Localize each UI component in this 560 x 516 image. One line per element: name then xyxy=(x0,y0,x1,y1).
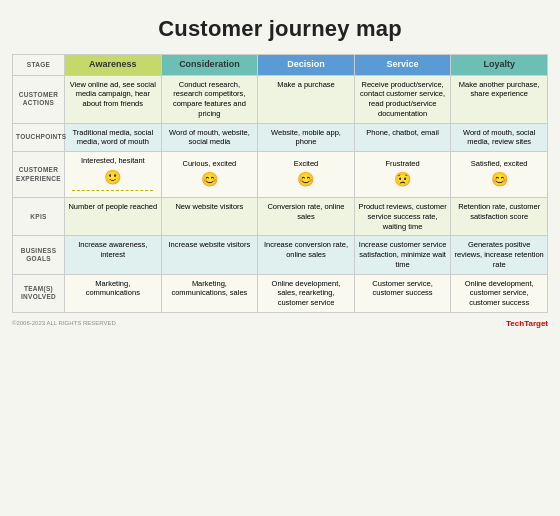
text-decision-exp: Excited xyxy=(294,159,319,168)
actions-awareness: View online ad, see social media campaig… xyxy=(65,75,162,123)
table-row-experience: CUSTOMER EXPERIENCE Interested, hesitant… xyxy=(13,152,548,198)
table-row-actions: CUSTOMER ACTIONS View online ad, see soc… xyxy=(13,75,548,123)
teams-awareness: Marketing, communications xyxy=(65,274,162,312)
goals-consideration: Increase website visitors xyxy=(161,236,258,274)
kpis-service: Product reviews, customer service succes… xyxy=(354,198,451,236)
kpis-awareness: Number of people reached xyxy=(65,198,162,236)
header-awareness: Awareness xyxy=(65,55,162,76)
touchpoints-awareness: Traditional media, social media, word of… xyxy=(65,123,162,152)
emoji-service: 😟 xyxy=(358,170,448,188)
experience-awareness: Interested, hesitant 🙂 xyxy=(65,152,162,198)
label-touchpoints: TOUCHPOINTS xyxy=(13,123,65,152)
text-awareness-exp: Interested, hesitant xyxy=(81,156,145,165)
header-consideration: Consideration xyxy=(161,55,258,76)
experience-consideration: Curious, excited 😊 xyxy=(161,152,258,198)
text-service-exp: Frustrated xyxy=(385,159,419,168)
experience-service: Frustrated 😟 xyxy=(354,152,451,198)
teams-service: Customer service, customer success xyxy=(354,274,451,312)
label-experience: CUSTOMER EXPERIENCE xyxy=(13,152,65,198)
teams-decision: Online development, sales, rearketing, c… xyxy=(258,274,355,312)
teams-loyalty: Online development, customer service, cu… xyxy=(451,274,548,312)
text-loyalty-exp: Satisfied, excited xyxy=(471,159,528,168)
table-row-goals: BUSINESS GOALS Increase awareness, inter… xyxy=(13,236,548,274)
footer-copyright: ©2006-2023 ALL RIGHTS RESERVED xyxy=(12,320,116,326)
header-service: Service xyxy=(354,55,451,76)
goals-decision: Increase conversion rate, online sales xyxy=(258,236,355,274)
actions-consideration: Conduct research, research competitors, … xyxy=(161,75,258,123)
text-consideration-exp: Curious, excited xyxy=(183,159,237,168)
actions-service: Receive product/service, contact custome… xyxy=(354,75,451,123)
emoji-awareness: 🙂 xyxy=(68,168,158,186)
experience-loyalty: Satisfied, excited 😊 xyxy=(451,152,548,198)
kpis-consideration: New website visitors xyxy=(161,198,258,236)
goals-loyalty: Generates positive reviews, increase ret… xyxy=(451,236,548,274)
table-row-touchpoints: TOUCHPOINTS Traditional media, social me… xyxy=(13,123,548,152)
label-teams: TEAM(S) INVOLVED xyxy=(13,274,65,312)
table-row-kpis: KPIS Number of people reached New websit… xyxy=(13,198,548,236)
dotted-line xyxy=(72,190,153,191)
header-loyalty: Loyalty xyxy=(451,55,548,76)
emoji-loyalty: 😊 xyxy=(454,170,544,188)
touchpoints-decision: Website, mobile app, phone xyxy=(258,123,355,152)
page-title: Customer journey map xyxy=(158,16,402,42)
footer-logo: TechTarget xyxy=(506,319,548,328)
label-kpis: KPIS xyxy=(13,198,65,236)
actions-decision: Make a purchase xyxy=(258,75,355,123)
touchpoints-loyalty: Word of mouth, social media, review site… xyxy=(451,123,548,152)
label-actions: CUSTOMER ACTIONS xyxy=(13,75,65,123)
goals-awareness: Increase awareness, interest xyxy=(65,236,162,274)
table-row-teams: TEAM(S) INVOLVED Marketing, communicatio… xyxy=(13,274,548,312)
experience-decision: Excited 😊 xyxy=(258,152,355,198)
touchpoints-consideration: Word of mouth, website, social media xyxy=(161,123,258,152)
kpis-decision: Conversion rate, online sales xyxy=(258,198,355,236)
actions-loyalty: Make another purchase, share experience xyxy=(451,75,548,123)
touchpoints-service: Phone, chatbot, email xyxy=(354,123,451,152)
label-goals: BUSINESS GOALS xyxy=(13,236,65,274)
teams-consideration: Marketing, communications, sales xyxy=(161,274,258,312)
emoji-decision: 😊 xyxy=(261,170,351,188)
header-decision: Decision xyxy=(258,55,355,76)
emoji-consideration: 😊 xyxy=(165,170,255,188)
goals-service: Increase customer service satisfaction, … xyxy=(354,236,451,274)
stage-header: STAGE xyxy=(13,55,65,76)
journey-map-table: STAGE Awareness Consideration Decision S… xyxy=(12,54,548,313)
kpis-loyalty: Retention rate, customer satisfaction sc… xyxy=(451,198,548,236)
footer: ©2006-2023 ALL RIGHTS RESERVED TechTarge… xyxy=(12,319,548,328)
